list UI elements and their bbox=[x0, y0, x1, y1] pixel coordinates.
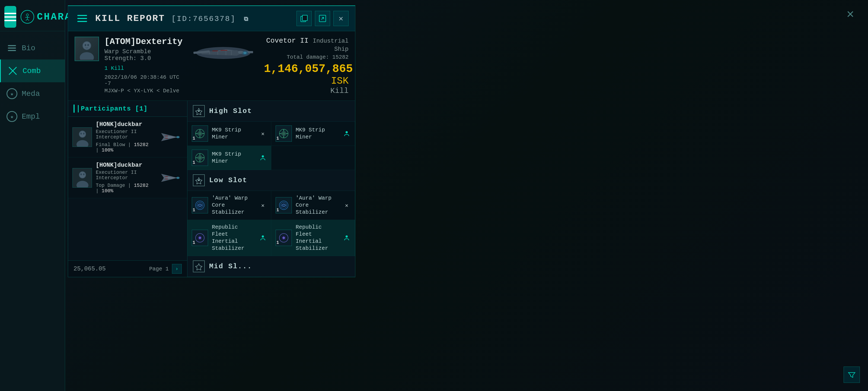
participant-1-name: [HONK]duckbar bbox=[96, 121, 152, 128]
ship-display bbox=[188, 37, 258, 69]
participants-tab[interactable]: Participants [1] bbox=[78, 105, 148, 112]
item-icon-3: 1 bbox=[192, 149, 208, 166]
item-name: MK9 Strip Miner bbox=[296, 127, 339, 141]
copy-icon-small[interactable]: ⧉ bbox=[244, 16, 249, 23]
svg-point-49 bbox=[198, 132, 202, 135]
participant-2-ship-image bbox=[156, 171, 183, 185]
svg-point-40 bbox=[81, 173, 82, 175]
sidebar-item-medals[interactable]: ★ Meda bbox=[0, 82, 65, 105]
item-status-x: ✕ bbox=[259, 201, 267, 209]
bio-icon bbox=[6, 43, 18, 54]
svg-rect-25 bbox=[212, 51, 218, 51]
item-status-person bbox=[343, 234, 350, 242]
sidebar-header: CHARACTER bbox=[0, 3, 65, 31]
svg-point-13 bbox=[85, 44, 86, 46]
sidebar-item-employment-label: Empl bbox=[22, 112, 40, 121]
ship-image bbox=[188, 38, 258, 68]
ship-name-display: Covetor II Industrial Ship bbox=[264, 37, 348, 53]
svg-point-66 bbox=[198, 156, 202, 159]
slot-item: 1 Republic Fleet Inertial Stabilizer bbox=[271, 220, 355, 256]
participant-1-ship: Executioner II Interceptor bbox=[96, 129, 152, 140]
victim-section: [ATOM]Dexterity Warp Scramble Strength: … bbox=[68, 31, 355, 101]
victim-location: MJXW-P < YX-LYK < Delve bbox=[104, 88, 183, 94]
svg-point-39 bbox=[80, 172, 86, 178]
item-name: Republic Fleet Inertial Stabilizer bbox=[212, 224, 255, 252]
high-slot-header: High Slot bbox=[187, 101, 355, 122]
participant-2-name: [HONK]duckbar bbox=[96, 162, 152, 169]
sidebar-item-combat[interactable]: Comb bbox=[0, 59, 65, 82]
svg-point-62 bbox=[346, 131, 348, 133]
ship-stats: Covetor II Industrial Ship Total damage:… bbox=[264, 37, 348, 95]
low-slot-items: 1 'Aura' Warp Core Stabilizer ✕ bbox=[187, 191, 355, 256]
item-icon-inertial-1: 1 bbox=[192, 230, 208, 246]
hamburger-button[interactable] bbox=[4, 6, 16, 28]
bottom-amount: 25,065.05 bbox=[73, 266, 106, 272]
filter-button[interactable] bbox=[844, 367, 860, 383]
sidebar-item-medals-label: Meda bbox=[22, 90, 40, 98]
kill-report-id: [ID:7656378] bbox=[172, 15, 236, 23]
svg-point-57 bbox=[282, 132, 285, 135]
pagination: Page 1 › bbox=[149, 264, 182, 274]
low-slot-title: Low Slot bbox=[209, 176, 247, 185]
mid-slot-header: Mid Sl... bbox=[187, 256, 355, 277]
total-damage-value: 15282 bbox=[332, 54, 348, 60]
app-close-button[interactable]: × bbox=[841, 5, 860, 24]
sidebar-item-combat-label: Comb bbox=[23, 67, 41, 75]
svg-rect-44 bbox=[165, 179, 168, 179]
item-status-person bbox=[343, 130, 350, 137]
participant-1-info: [HONK]duckbar Executioner II Interceptor… bbox=[96, 121, 152, 153]
svg-point-14 bbox=[87, 44, 89, 46]
participant-2-avatar bbox=[72, 168, 92, 188]
victim-datetime: 2022/10/06 20:38:46 UTC -7 bbox=[104, 74, 183, 87]
modal-title-text: KILL REPORT [ID:7656378] ⧉ bbox=[95, 13, 291, 24]
slot-item: 1 MK9 Strip Miner bbox=[271, 122, 355, 146]
total-damage-label: Total damage: 15282 bbox=[264, 54, 348, 60]
kill-report-modal: KILL REPORT [ID:7656378] ⧉ ✕ bbox=[68, 5, 355, 277]
participant-1-ship-image bbox=[156, 130, 183, 144]
low-slot-section: Low Slot 1 bbox=[187, 170, 355, 256]
svg-point-90 bbox=[346, 235, 348, 238]
svg-line-4 bbox=[27, 19, 29, 21]
svg-point-31 bbox=[81, 133, 82, 134]
modal-menu-button[interactable] bbox=[74, 11, 90, 26]
export-report-button[interactable] bbox=[315, 11, 330, 26]
sidebar-item-bio[interactable]: Bio bbox=[0, 37, 65, 59]
isk-unit: ISK bbox=[331, 76, 348, 87]
sidebar: CHARACTER Bio Comb ★ Meda bbox=[0, 0, 65, 391]
victim-avatar-placeholder bbox=[75, 37, 98, 60]
medals-icon: ★ bbox=[6, 88, 18, 99]
participant-2-stats: Top Damage | 15282 | 100% bbox=[96, 183, 152, 194]
modal-close-button[interactable]: ✕ bbox=[333, 11, 348, 26]
item-count: 1 bbox=[193, 240, 195, 245]
sidebar-item-employment[interactable]: ★ Empl bbox=[0, 105, 65, 128]
victim-name: [ATOM]Dexterity bbox=[104, 37, 183, 47]
item-name: MK9 Strip Miner bbox=[212, 127, 255, 141]
next-page-button[interactable]: › bbox=[172, 264, 182, 274]
slot-item-empty bbox=[271, 146, 355, 170]
svg-point-12 bbox=[83, 42, 91, 49]
svg-point-32 bbox=[83, 133, 85, 134]
svg-rect-26 bbox=[220, 50, 227, 51]
item-icon-inertial-2: 1 bbox=[276, 230, 292, 246]
item-status-x: ✕ bbox=[259, 130, 267, 137]
low-slot-header: Low Slot bbox=[187, 170, 355, 191]
item-icon-1: 1 bbox=[192, 125, 208, 142]
slot-item: 1 'Aura' Warp Core Stabilizer ✕ bbox=[187, 191, 271, 220]
participant-item: [HONK]duckbar Executioner II Interceptor… bbox=[68, 158, 187, 198]
item-count: 1 bbox=[193, 160, 195, 165]
main-content: Participants [1] bbox=[68, 101, 355, 277]
item-count: 1 bbox=[276, 136, 279, 141]
low-slot-icon bbox=[193, 174, 205, 186]
high-slot-items: 1 MK9 Strip Miner ✕ bbox=[187, 122, 355, 170]
copy-report-button[interactable] bbox=[297, 11, 312, 26]
slot-item: 1 MK9 Strip Miner bbox=[187, 146, 271, 170]
bottom-bar: 25,065.05 Page 1 › bbox=[68, 260, 187, 277]
sidebar-item-bio-label: Bio bbox=[22, 44, 35, 52]
svg-point-11 bbox=[80, 52, 94, 60]
mid-slot-icon bbox=[193, 260, 205, 272]
ship-name-text: Covetor II bbox=[266, 37, 308, 45]
item-status-x: ✕ bbox=[343, 201, 350, 209]
title-accent bbox=[73, 105, 74, 113]
item-icon-warp-2: 1 bbox=[276, 197, 292, 214]
item-name: 'Aura' Warp Core Stabilizer bbox=[212, 195, 255, 216]
